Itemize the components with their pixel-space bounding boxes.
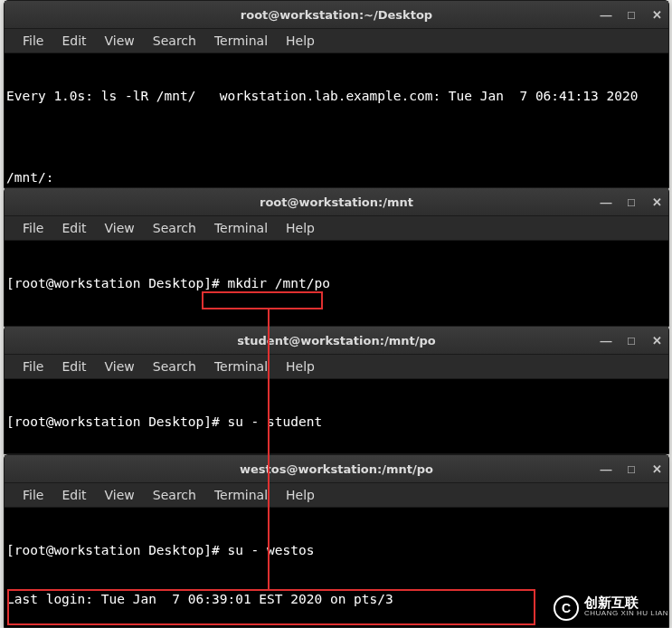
window-title: root@workstation:~/Desktop <box>5 8 668 22</box>
maximize-button[interactable]: □ <box>625 195 638 209</box>
menu-bar: File Edit View Search Terminal Help <box>5 215 668 241</box>
watermark-logo: C <box>554 595 579 621</box>
window-controls: — □ ✕ <box>600 327 663 354</box>
watermark-text: 创新互联 CHUANG XIN HU LIAN <box>584 597 668 619</box>
menu-view[interactable]: View <box>96 31 144 51</box>
menu-search[interactable]: Search <box>144 357 205 376</box>
menu-search[interactable]: Search <box>144 31 205 51</box>
window-title: westos@workstation:/mnt/po <box>5 462 668 476</box>
menu-file[interactable]: File <box>14 218 52 238</box>
menu-terminal[interactable]: Terminal <box>205 485 277 505</box>
menu-terminal[interactable]: Terminal <box>205 31 277 51</box>
menu-terminal[interactable]: Terminal <box>205 218 277 238</box>
terminal-window-3: student@workstation:/mnt/po — □ ✕ File E… <box>4 326 669 454</box>
menu-edit[interactable]: Edit <box>52 31 95 51</box>
minimize-button[interactable]: — <box>600 462 612 476</box>
menu-help[interactable]: Help <box>277 31 324 51</box>
menu-bar: File Edit View Search Terminal Help <box>5 482 668 508</box>
menu-help[interactable]: Help <box>277 218 324 238</box>
terminal-window-2: root@workstation:/mnt — □ ✕ File Edit Vi… <box>4 187 669 327</box>
window-title: student@workstation:/mnt/po <box>5 334 668 347</box>
menu-edit[interactable]: Edit <box>52 485 95 505</box>
menu-file[interactable]: File <box>14 485 52 505</box>
window-controls: — □ ✕ <box>600 455 663 482</box>
minimize-button[interactable]: — <box>600 334 612 347</box>
terminal-output[interactable]: [root@workstation Desktop]# su - student… <box>5 379 668 453</box>
titlebar[interactable]: westos@workstation:/mnt/po — □ ✕ <box>5 455 668 482</box>
window-controls: — □ ✕ <box>600 1 663 28</box>
menu-bar: File Edit View Search Terminal Help <box>5 28 668 53</box>
terminal-output[interactable]: Every 1.0s: ls -lR /mnt/ workstation.lab… <box>5 53 668 187</box>
window-controls: — □ ✕ <box>600 188 663 215</box>
menu-file[interactable]: File <box>14 31 52 51</box>
menu-search[interactable]: Search <box>144 485 205 505</box>
close-button[interactable]: ✕ <box>650 8 663 22</box>
menu-file[interactable]: File <box>14 357 52 376</box>
menu-edit[interactable]: Edit <box>52 357 95 376</box>
menu-terminal[interactable]: Terminal <box>205 357 277 376</box>
menu-search[interactable]: Search <box>144 218 205 238</box>
menu-view[interactable]: View <box>96 357 144 376</box>
watermark: C 创新互联 CHUANG XIN HU LIAN <box>554 595 668 621</box>
minimize-button[interactable]: — <box>600 195 612 209</box>
menu-view[interactable]: View <box>96 218 144 238</box>
menu-help[interactable]: Help <box>277 485 324 505</box>
terminal-window-1: root@workstation:~/Desktop — □ ✕ File Ed… <box>4 0 669 188</box>
titlebar[interactable]: student@workstation:/mnt/po — □ ✕ <box>5 327 668 354</box>
terminal-output[interactable]: [root@workstation Desktop]# mkdir /mnt/p… <box>5 241 668 326</box>
maximize-button[interactable]: □ <box>625 462 638 476</box>
close-button[interactable]: ✕ <box>650 462 663 476</box>
menu-help[interactable]: Help <box>277 357 324 376</box>
menu-bar: File Edit View Search Terminal Help <box>5 354 668 379</box>
titlebar[interactable]: root@workstation:/mnt — □ ✕ <box>5 188 668 215</box>
maximize-button[interactable]: □ <box>625 334 638 347</box>
close-button[interactable]: ✕ <box>650 195 663 209</box>
maximize-button[interactable]: □ <box>625 8 638 22</box>
titlebar[interactable]: root@workstation:~/Desktop — □ ✕ <box>5 1 668 28</box>
menu-view[interactable]: View <box>96 485 144 505</box>
minimize-button[interactable]: — <box>600 8 612 22</box>
window-title: root@workstation:/mnt <box>5 195 668 209</box>
close-button[interactable]: ✕ <box>650 334 663 347</box>
menu-edit[interactable]: Edit <box>52 218 95 238</box>
